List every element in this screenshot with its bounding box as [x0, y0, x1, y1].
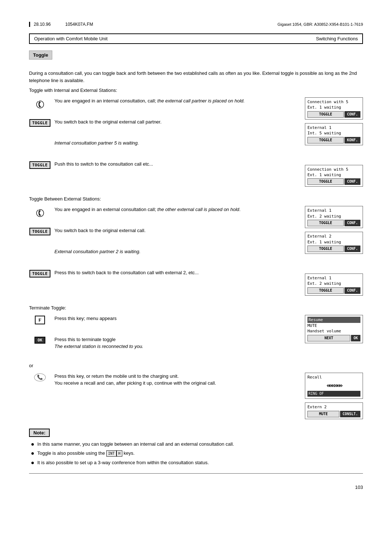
header-filename: 1054K07A.FM — [65, 22, 93, 27]
display-ext-1: External 1 Ext. 2 waiting TOGGLE CONF. — [305, 206, 363, 228]
terminate-display-column: Resume MUTE Handset volume NEXT OK — [305, 315, 363, 357]
external-row-1: ✆ You are engaged in an external consult… — [29, 206, 298, 223]
terminate-row-2: OK Press this to terminate toggleThe ext… — [29, 336, 298, 353]
charging-display-column: Recall ««« »»» RING OF Extern 2 MUTE CON… — [305, 373, 363, 423]
external-text-2: You switch back to the original external… — [54, 227, 298, 234]
title-left: Operation with Comfort Mobile Unit — [34, 36, 107, 41]
display-ext-2: External 2 Ext. 1 waiting TOGGLE CONF. — [305, 232, 363, 254]
display-int-3: Connection with 5 Ext. 1 waiting TOGGLE … — [305, 165, 363, 187]
terminate-row-1: F Press this key; menu appears — [29, 315, 298, 332]
toggle-key-icon-ext-2: TOGGLE — [29, 269, 51, 278]
or-label: or — [29, 363, 33, 368]
display-recall: Recall ««« »»» RING OF — [305, 373, 363, 399]
internal-italic-1: Internal consultation partner 5 is waiti… — [54, 139, 298, 147]
intro-text-1: During a consultation call, you can togg… — [29, 70, 363, 84]
internal-row-4: TOGGLE Push this to switch to the consul… — [29, 161, 298, 178]
internal-row-1: ✆ You are engaged in an internal consult… — [29, 97, 298, 115]
external-text-4: Press this to switch back to the consult… — [54, 269, 298, 276]
internal-row-3: Internal consultation partner 5 is waiti… — [29, 139, 298, 157]
internal-toggle-section: ✆ You are engaged in an internal consult… — [29, 97, 363, 190]
note-list: ● In this same manner, you can toggle be… — [29, 441, 363, 466]
toggle-key-icon-2: TOGGLE — [29, 161, 51, 169]
external-display-column: External 1 Ext. 2 waiting TOGGLE CONF. E… — [305, 206, 363, 299]
display-int-2: External 1 Int. 5 waiting TOGGLE KONF. — [305, 123, 363, 145]
note-item-3: ● It is also possible to set up a 3-way … — [31, 459, 363, 466]
internal-row-2: TOGGLE You switch back to the original e… — [29, 118, 298, 136]
section-heading: Toggle — [29, 50, 52, 60]
internal-text-1: You are engaged in an internal consultat… — [54, 97, 298, 105]
note-heading: Note: — [29, 429, 50, 437]
charging-row-1: 📞 Press this key, or return the mobile u… — [29, 373, 298, 390]
external-subheading: Toggle Between External Stations: — [29, 196, 363, 202]
terminate-text-2: Press this to terminate toggleThe extern… — [54, 336, 298, 350]
toggle-key-icon-ext-1: TOGGLE — [29, 227, 51, 235]
terminate-section: F Press this key; menu appears OK Press … — [29, 315, 363, 357]
display-int-1: Connection with 5 Ext. 1 waiting TOGGLE … — [305, 97, 363, 119]
f-key-icon: F — [29, 315, 51, 324]
external-row-3: External consultation partner 2 is waiti… — [29, 248, 298, 266]
note-item-2: ● Toggle is also possible using the INTH… — [31, 450, 363, 457]
note-item-1: ● In this same manner, you can toggle be… — [31, 441, 363, 448]
internal-text-2: You switch back to the original external… — [54, 118, 298, 126]
external-row-2: TOGGLE You switch back to the original e… — [29, 227, 298, 244]
external-italic-1: External consultation partner 2 is waiti… — [54, 248, 298, 255]
title-right: Switching Functions — [316, 36, 358, 41]
page-header: 28.10.96 1054K07A.FM Gigaset 1054, GBR: … — [29, 22, 363, 27]
page-number: 103 — [29, 485, 363, 490]
display-term-1: Resume MUTE Handset volume NEXT OK — [305, 315, 363, 343]
internal-display-column: Connection with 5 Ext. 1 waiting TOGGLE … — [305, 97, 363, 190]
toggle-key-icon-1: TOGGLE — [29, 118, 51, 127]
terminate-subheading: Terminate Toggle: — [29, 305, 363, 311]
handset-icon-ext-1: ✆ — [29, 206, 51, 219]
terminate-text-1: Press this key; menu appears — [54, 315, 298, 322]
display-extern2: Extern 2 MUTE CONSLT. — [305, 402, 363, 419]
charging-icon: 📞 — [29, 373, 51, 381]
external-toggle-section: ✆ You are engaged in an external consult… — [29, 206, 363, 299]
handset-icon-1: ✆ — [29, 97, 51, 110]
page-divider — [29, 473, 363, 474]
charging-section: 📞 Press this key, or return the mobile u… — [29, 373, 363, 423]
intro-text-2: Toggle with Internal and External Statio… — [29, 88, 363, 93]
external-row-4: TOGGLE Press this to switch back to the … — [29, 269, 298, 287]
internal-text-4: Push this to switch to the consultation … — [54, 161, 298, 168]
charging-text: Press this key, or return the mobile uni… — [54, 373, 298, 387]
ok-key-icon: OK — [29, 336, 51, 344]
display-ext-3: External 1 Ext. 2 waiting TOGGLE CONF. — [305, 274, 363, 296]
header-reference: Gigaset 1054, GBR: A30852-X954-B101-1-76… — [278, 22, 363, 27]
title-bar: Operation with Comfort Mobile Unit Switc… — [29, 33, 363, 44]
header-date: 28.10.96 — [34, 22, 51, 27]
external-text-1: You are engaged in an external consultat… — [54, 206, 298, 213]
note-section: Note: ● In this same manner, you can tog… — [29, 429, 363, 466]
